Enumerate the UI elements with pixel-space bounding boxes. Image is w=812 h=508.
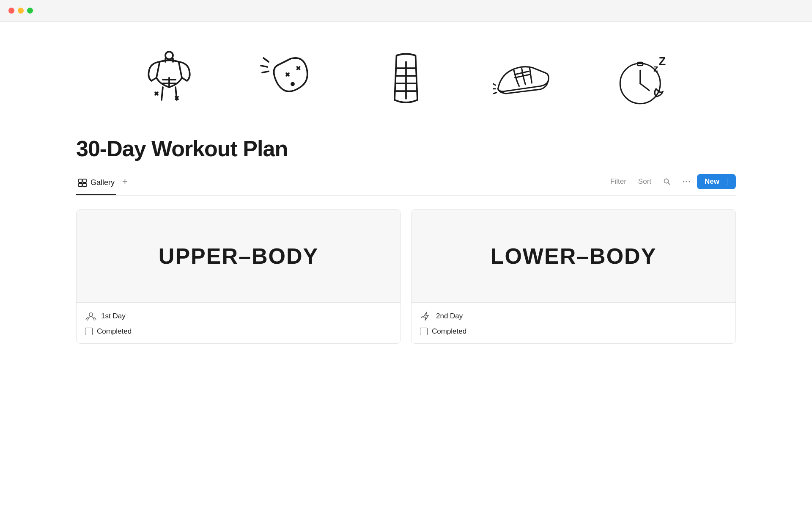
close-button[interactable] [8,8,14,14]
gallery-tab[interactable]: Gallery [76,175,116,195]
svg-point-40 [689,181,690,182]
running-icon [491,47,558,115]
svg-line-28 [640,83,649,90]
window-chrome [0,0,812,22]
card-lower-body[interactable]: LOWER–BODY 2nd Day Completed [411,209,736,344]
card-day-row-2: 2nd Day [420,310,727,322]
card-completed-row-2: Completed [420,327,727,336]
svg-point-41 [89,313,93,316]
card-cover-text-lower-body: LOWER–BODY [491,243,657,269]
svg-line-9 [261,66,267,67]
main-content: z Z 30-Day Workout Plan Gallery + Filt [0,22,812,508]
card-cover-text-upper-body: UPPER–BODY [159,243,318,269]
toolbar: Gallery + Filter Sort [76,174,736,196]
gallery-icon [78,178,87,188]
completed-checkbox-1[interactable] [85,328,93,335]
svg-rect-32 [79,179,82,182]
sort-button[interactable]: Sort [633,175,656,188]
new-button-group: New [697,174,736,189]
gallery-grid: UPPER–BODY 1st Day Completed [76,209,736,344]
card-body-lower-body: 2nd Day Completed [411,303,735,343]
svg-line-37 [668,183,670,185]
completed-label-1: Completed [97,327,132,336]
card-completed-row-1: Completed [85,327,392,336]
search-icon [663,178,671,185]
svg-line-23 [493,83,495,85]
svg-rect-34 [79,183,82,187]
card-day-label-2: 2nd Day [436,312,463,320]
card-cover-lower-body: LOWER–BODY [411,210,735,303]
icons-banner: z Z [76,47,736,115]
svg-point-36 [664,179,669,183]
svg-line-8 [263,58,269,62]
svg-line-43 [421,317,422,318]
search-button[interactable] [658,175,676,188]
abs-icon [372,47,440,115]
svg-text:Z: Z [659,55,666,68]
upper-body-icon [135,47,203,115]
completed-checkbox-2[interactable] [420,328,428,335]
svg-line-10 [262,72,269,73]
day2-icon [420,310,432,322]
toolbar-actions: Filter Sort New [605,174,736,195]
svg-point-15 [291,83,294,86]
svg-point-39 [686,181,687,182]
shoulder-icon [254,47,321,115]
svg-text:z: z [653,63,658,74]
new-button[interactable]: New [697,174,727,189]
card-day-row-1: 1st Day [85,310,392,322]
page-title: 30-Day Workout Plan [76,136,736,161]
filter-button[interactable]: Filter [605,175,631,188]
svg-point-38 [683,181,684,182]
new-button-chevron[interactable] [727,178,736,185]
card-body-upper-body: 1st Day Completed [77,303,401,343]
card-upper-body[interactable]: UPPER–BODY 1st Day Completed [76,209,401,344]
card-cover-upper-body: UPPER–BODY [77,210,401,303]
svg-point-0 [165,52,173,59]
ellipsis-icon [683,178,690,185]
add-view-button[interactable]: + [116,177,133,192]
svg-rect-35 [83,183,86,187]
maximize-button[interactable] [27,8,33,14]
more-options-button[interactable] [678,175,695,188]
card-day-label-1: 1st Day [101,312,126,320]
completed-label-2: Completed [432,327,466,336]
sleep-icon: z Z [609,47,677,115]
svg-line-25 [494,93,497,94]
day1-icon [85,310,97,322]
svg-rect-33 [83,179,86,182]
minimize-button[interactable] [18,8,24,14]
